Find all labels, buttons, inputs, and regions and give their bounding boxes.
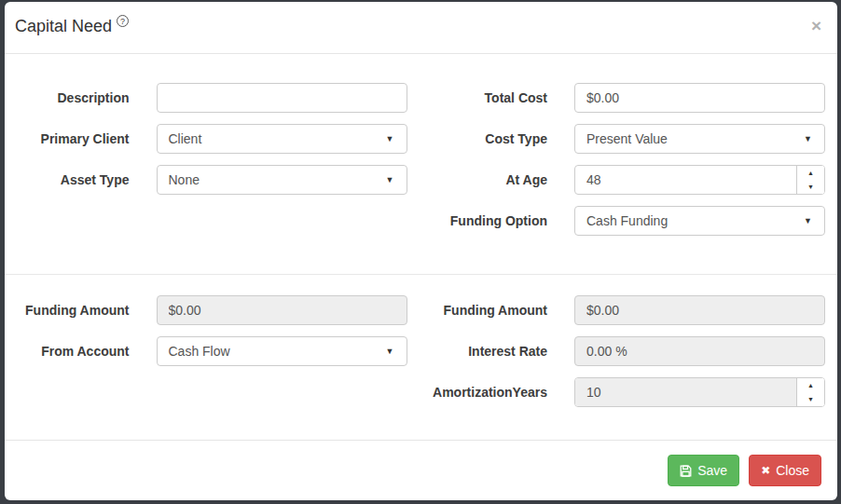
field-row-funding-option: Funding Option Cash Funding ▼ <box>421 206 838 236</box>
amortization-years-label: AmortizationYears <box>421 385 575 400</box>
field-row-funding-amount-right: Funding Amount <box>421 295 838 325</box>
interest-rate-input <box>574 336 825 366</box>
save-icon <box>680 465 692 477</box>
field-row-asset-type: Asset Type None ▼ <box>5 165 421 195</box>
description-input[interactable] <box>157 83 407 113</box>
interest-rate-label: Interest Rate <box>421 344 575 359</box>
from-account-label: From Account <box>5 344 157 359</box>
amortization-years-spin-buttons: ▲ ▼ <box>796 378 824 406</box>
cost-type-value: Present Value <box>586 131 668 146</box>
funding-amount-left-label: Funding Amount <box>5 303 157 318</box>
total-cost-label: Total Cost <box>421 90 575 105</box>
chevron-down-icon: ▼ <box>804 216 812 225</box>
field-row-description: Description <box>5 83 421 113</box>
funding-amount-left-input <box>157 295 407 325</box>
dialog-title: Capital Need <box>15 17 112 36</box>
at-age-stepper[interactable]: 48 ▲ ▼ <box>574 165 825 195</box>
funding-option-label: Funding Option <box>421 213 575 228</box>
section-cost-left: Description Primary Client Client ▼ Asse… <box>5 83 421 247</box>
cost-type-label: Cost Type <box>421 131 575 146</box>
section-funding-right: Funding Amount Interest Rate Amortizatio… <box>421 295 838 418</box>
section-divider <box>5 274 837 275</box>
spin-up-icon[interactable]: ▲ <box>797 166 824 180</box>
funding-amount-right-label: Funding Amount <box>421 303 575 318</box>
chevron-down-icon: ▼ <box>804 134 812 143</box>
description-label: Description <box>5 90 157 105</box>
field-row-primary-client: Primary Client Client ▼ <box>5 124 421 154</box>
primary-client-value: Client <box>169 131 202 146</box>
at-age-label: At Age <box>421 172 575 187</box>
field-row-amortization-years: AmortizationYears 10 ▲ ▼ <box>421 377 838 407</box>
dialog-close-icon[interactable]: × <box>811 17 821 34</box>
primary-client-select[interactable]: Client ▼ <box>157 124 407 154</box>
chevron-down-icon: ▼ <box>386 347 394 356</box>
section-cost: Description Primary Client Client ▼ Asse… <box>5 83 837 247</box>
field-row-cost-type: Cost Type Present Value ▼ <box>421 124 838 154</box>
chevron-down-icon: ▼ <box>386 134 394 143</box>
spin-down-icon[interactable]: ▼ <box>797 180 824 194</box>
asset-type-select[interactable]: None ▼ <box>157 165 407 195</box>
funding-option-select[interactable]: Cash Funding ▼ <box>574 206 825 236</box>
at-age-spin-buttons: ▲ ▼ <box>796 166 824 194</box>
at-age-value: 48 <box>575 166 796 194</box>
funding-option-value: Cash Funding <box>586 213 668 228</box>
field-row-total-cost: Total Cost <box>421 83 838 113</box>
dialog-body: Description Primary Client Client ▼ Asse… <box>5 54 837 440</box>
total-cost-input[interactable] <box>574 83 825 113</box>
dialog-header: Capital Need? × <box>5 2 837 54</box>
asset-type-label: Asset Type <box>5 172 157 187</box>
section-cost-right: Total Cost Cost Type Present Value ▼ At … <box>421 83 838 247</box>
help-icon[interactable]: ? <box>117 15 129 27</box>
section-funding-left: Funding Amount From Account Cash Flow ▼ <box>5 295 421 418</box>
section-funding: Funding Amount From Account Cash Flow ▼ … <box>5 295 837 418</box>
spin-up-icon[interactable]: ▲ <box>797 378 824 392</box>
close-button-label: Close <box>776 463 809 478</box>
close-icon: ✖ <box>761 465 770 476</box>
cost-type-select[interactable]: Present Value ▼ <box>574 124 825 154</box>
save-button[interactable]: Save <box>668 455 739 486</box>
field-row-at-age: At Age 48 ▲ ▼ <box>421 165 838 195</box>
capital-need-dialog: Capital Need? × Description Primary Clie… <box>5 2 837 500</box>
from-account-select[interactable]: Cash Flow ▼ <box>157 336 407 366</box>
primary-client-label: Primary Client <box>5 131 157 146</box>
asset-type-value: None <box>169 172 200 187</box>
amortization-years-stepper[interactable]: 10 ▲ ▼ <box>574 377 825 407</box>
amortization-years-value: 10 <box>575 378 796 406</box>
save-button-label: Save <box>697 463 727 478</box>
funding-amount-right-input <box>574 295 825 325</box>
field-row-from-account: From Account Cash Flow ▼ <box>5 336 421 366</box>
field-row-funding-amount-left: Funding Amount <box>5 295 421 325</box>
from-account-value: Cash Flow <box>169 344 230 359</box>
field-row-interest-rate: Interest Rate <box>421 336 838 366</box>
chevron-down-icon: ▼ <box>386 175 394 184</box>
dialog-footer: Save ✖ Close <box>5 440 837 500</box>
spin-down-icon[interactable]: ▼ <box>797 392 824 406</box>
close-button[interactable]: ✖ Close <box>749 455 821 486</box>
